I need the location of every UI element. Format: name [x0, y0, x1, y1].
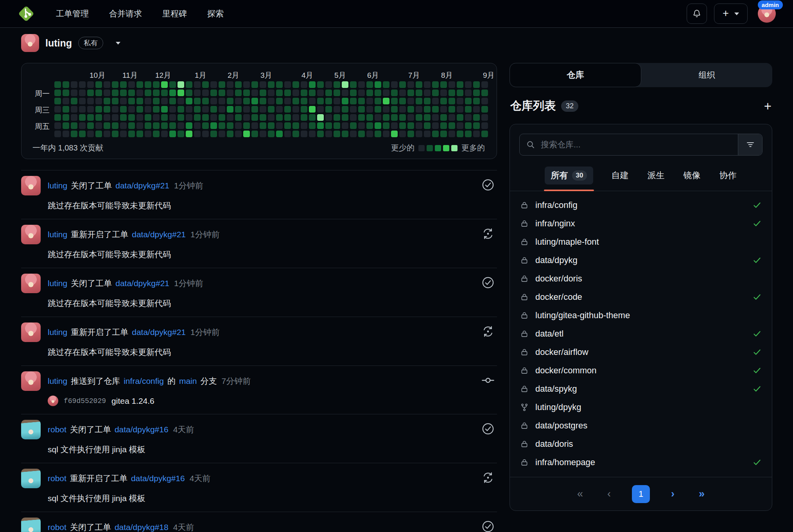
tab-organizations[interactable]: 组织	[641, 63, 772, 87]
feed-user-link[interactable]: luting	[48, 328, 67, 337]
nav-item-milestones[interactable]: 里程碑	[154, 4, 195, 23]
repo-link[interactable]: infra/nginx	[535, 219, 575, 229]
user-menu[interactable]: admin	[758, 5, 776, 23]
heatmap-cell	[210, 131, 217, 137]
feed-user-link[interactable]: robot	[48, 474, 66, 483]
feed-target-link[interactable]: data/dpykg#21	[132, 328, 186, 337]
feed-user-link[interactable]: luting	[48, 181, 67, 190]
feed-target-link[interactable]: data/dpykg#21	[132, 230, 186, 239]
heatmap-cell	[481, 122, 488, 129]
commit-message: gitea 1.24.6	[111, 396, 154, 406]
heatmap-cell	[54, 98, 61, 104]
repo-link[interactable]: docker/doris	[535, 274, 582, 284]
nav-item-explore[interactable]: 探索	[199, 4, 232, 23]
feed-user-link[interactable]: robot	[48, 425, 66, 434]
repo-link[interactable]: infra/config	[535, 200, 578, 210]
heatmap-cell	[449, 81, 455, 88]
feed-target-link[interactable]: infra/config	[124, 376, 164, 386]
repo-row: docker/airflow	[520, 343, 762, 361]
heatmap-cell	[169, 131, 176, 137]
repo-link[interactable]: luting/dpykg	[535, 402, 581, 412]
heatmap-cell	[145, 106, 151, 113]
feed-action-text: 重新开启了工单	[71, 229, 128, 240]
filter-tab-label: 镜像	[683, 170, 700, 181]
avatar	[21, 371, 41, 391]
feed-target-link[interactable]: data/dpykg#16	[131, 474, 185, 483]
repo-filter-button[interactable]	[738, 134, 762, 155]
filter-tab-mirrors[interactable]: 镜像	[682, 167, 701, 184]
repo-row: data/doris	[520, 435, 762, 453]
filter-tab-forks[interactable]: 派生	[646, 167, 665, 184]
repo-row: docker/code	[520, 288, 762, 306]
filter-tab-collaborative[interactable]: 协作	[718, 167, 737, 184]
repo-link[interactable]: data/postgres	[535, 421, 587, 431]
heatmap-cell	[399, 98, 406, 104]
notifications-button[interactable]	[687, 4, 707, 24]
heatmap-cell	[391, 122, 398, 129]
heatmap-cell	[399, 114, 406, 121]
heatmap-cell	[407, 81, 414, 88]
nav-item-issues[interactable]: 工单管理	[48, 4, 97, 23]
heatmap-cell	[186, 90, 192, 96]
feed-user-link[interactable]: luting	[48, 279, 67, 288]
repo-link[interactable]: infra/homepage	[535, 457, 595, 468]
heatmap-cell	[416, 114, 422, 121]
heatmap-cell	[350, 122, 357, 129]
feed-target-link[interactable]: data/dpykg#16	[115, 425, 169, 434]
heatmap-cell	[227, 131, 233, 137]
pagination-current-page[interactable]: 1	[632, 485, 650, 503]
pagination-first[interactable]: «	[574, 488, 586, 500]
heatmap-cell	[301, 90, 307, 96]
repo-link[interactable]: docker/common	[535, 365, 597, 376]
repo-link[interactable]: luting/gitea-github-theme	[535, 310, 630, 321]
heatmap-cell	[399, 131, 406, 137]
heatmap-week-column	[87, 81, 94, 137]
heatmap-cell	[432, 90, 439, 96]
add-repo-button[interactable]: +	[764, 100, 771, 113]
heatmap-cell	[449, 114, 455, 121]
heatmap-cell	[424, 114, 431, 121]
repo-link[interactable]: docker/airflow	[535, 347, 588, 357]
repo-link[interactable]: data/etl	[535, 329, 563, 339]
pagination-prev[interactable]: ‹	[604, 488, 614, 500]
heatmap-cell	[465, 98, 472, 104]
feed-target-link[interactable]: data/dpykg#18	[115, 523, 169, 532]
heatmap-cell	[63, 131, 69, 137]
heatmap-cell	[243, 106, 250, 113]
heatmap-cell	[161, 106, 168, 113]
pagination-next[interactable]: ›	[668, 488, 678, 500]
legend-scale	[418, 145, 458, 151]
repo-link[interactable]: data/spykg	[535, 384, 577, 394]
feed-branch-link[interactable]: main	[179, 376, 197, 386]
commit-hash-link[interactable]: f69d552029	[64, 397, 106, 405]
heatmap-cell	[186, 114, 192, 121]
chevron-down-icon[interactable]	[116, 42, 120, 45]
repo-link[interactable]: data/doris	[535, 439, 573, 449]
repo-link[interactable]: docker/code	[535, 292, 582, 302]
repo-link[interactable]: data/dpykg	[535, 255, 578, 265]
heatmap-cell	[260, 81, 266, 88]
feed-target-link[interactable]: data/dpykg#21	[115, 181, 169, 190]
repo-search-input[interactable]	[535, 140, 738, 149]
nav-item-pulls[interactable]: 合并请求	[101, 4, 150, 23]
feed-user-link[interactable]: luting	[48, 230, 67, 239]
issue-closed-icon	[481, 276, 495, 289]
heatmap-cell	[153, 114, 160, 121]
heatmap-month-label: 2月	[228, 70, 239, 81]
heatmap-cell	[391, 114, 398, 121]
feed-user-link[interactable]: robot	[48, 523, 66, 532]
heatmap-cell	[383, 81, 389, 88]
filter-tab-all[interactable]: 所有 30	[545, 167, 594, 184]
heatmap-cell	[416, 81, 422, 88]
tab-repositories[interactable]: 仓库	[510, 63, 641, 87]
heatmap-cell	[301, 114, 307, 121]
feed-user-link[interactable]: luting	[48, 376, 67, 386]
heatmap-cell	[186, 81, 192, 88]
profile-username-link[interactable]: luting	[45, 38, 72, 49]
create-new-button[interactable]: +	[714, 4, 748, 24]
filter-tab-sources[interactable]: 自建	[610, 167, 629, 184]
feed-target-link[interactable]: data/dpykg#21	[115, 279, 169, 288]
repo-link[interactable]: luting/maple-font	[535, 237, 599, 247]
pagination-last[interactable]: »	[696, 488, 708, 500]
gitea-logo[interactable]	[17, 5, 35, 23]
